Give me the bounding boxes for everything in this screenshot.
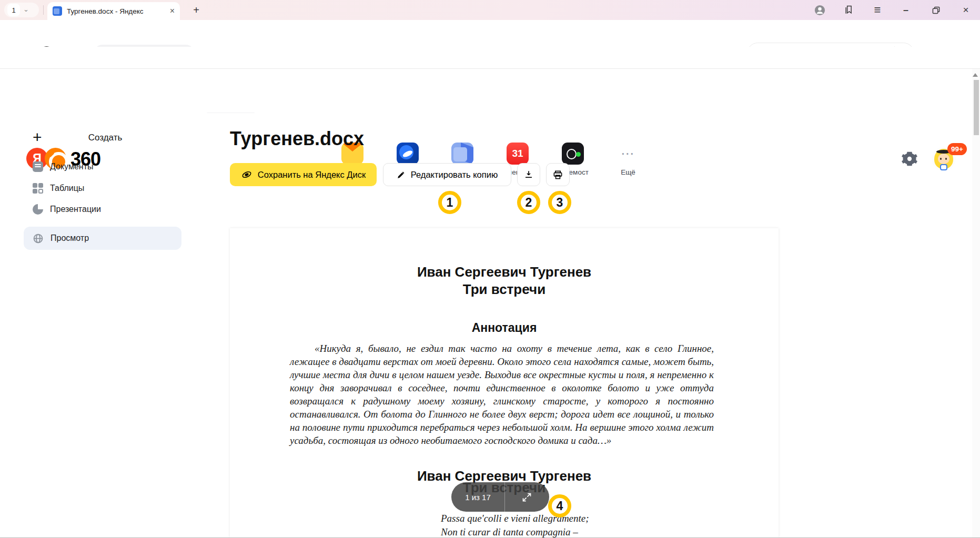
yandex-disk-icon — [241, 169, 252, 180]
tab-group-selector[interactable]: 1 ⌄ — [4, 3, 39, 17]
page-navigator[interactable]: 1 из 17 — [451, 482, 549, 512]
browser-tab-active[interactable]: Тургенев.docx - Яндекс × — [47, 2, 180, 20]
minimize-glyph: – — [903, 5, 908, 16]
badge-2-number: 2 — [526, 196, 532, 210]
tab-close-icon[interactable]: × — [170, 6, 175, 16]
fullscreen-expand-icon[interactable] — [505, 492, 549, 503]
sidebar-item-view[interactable]: Просмотр — [24, 227, 181, 250]
minimize-button[interactable]: – — [897, 0, 915, 20]
browser-window: 1 ⌄ Тургенев.docx - Яндекс × + ≡ – × — [0, 0, 980, 538]
protection-warning-bar: Защита от вредоносных программ отключена… — [0, 47, 980, 69]
disk-icon — [397, 143, 419, 165]
download-icon — [524, 170, 533, 179]
browser-tab-bar: 1 ⌄ Тургенев.docx - Яндекс × + ≡ – × — [0, 0, 980, 20]
doc-annotation-paragraph: «Никуда я, бывало, не ездил так часто на… — [290, 342, 714, 447]
documents-icon — [451, 143, 473, 165]
doc-title-heading: Три встречи — [230, 281, 779, 298]
print-file-button[interactable] — [546, 163, 570, 186]
annotation-badge-2: 2 — [517, 191, 540, 214]
globe-icon — [33, 233, 44, 244]
save-to-disk-label: Сохранить на Яндекс Диск — [258, 170, 366, 180]
page-counter: 1 из 17 — [451, 493, 504, 502]
scrollbar-up-arrow[interactable] — [973, 73, 978, 77]
sidebar-presentations-label: Презентации — [50, 205, 101, 214]
notification-badge: 99+ — [947, 143, 967, 155]
yandex360-header: Я 360 Почта Диск Документы 31 Календарь … — [0, 69, 980, 113]
tab-title-fade — [148, 4, 162, 18]
close-glyph: × — [963, 4, 968, 16]
service-more-label: Ещё — [603, 168, 653, 176]
sidebar-view-label: Просмотр — [50, 234, 89, 243]
new-tab-button[interactable]: + — [188, 3, 204, 17]
download-file-button[interactable] — [517, 163, 540, 186]
pencil-icon — [397, 170, 406, 179]
save-to-disk-button[interactable]: Сохранить на Яндекс Диск — [230, 163, 377, 186]
avatar-body — [940, 164, 947, 170]
tabbar-divider — [43, 5, 44, 15]
file-title: Тургенев.docx — [230, 128, 364, 150]
doc-author-heading: Иван Сергеевич Тургенев — [230, 264, 779, 280]
settings-gear-icon[interactable] — [901, 150, 918, 167]
doc-annotation-heading: Аннотация — [230, 321, 779, 335]
calendar-icon: 31 — [507, 143, 529, 165]
yandex-docs-favicon — [53, 6, 62, 16]
badge-4-number: 4 — [557, 499, 563, 513]
browser-address-bar: ← Я docs.yandex.ru Тургенев.docx - Яндек… — [0, 20, 980, 47]
annotation-badge-3: 3 — [548, 191, 571, 214]
service-more[interactable]: ⋯ Ещё — [603, 143, 653, 176]
sidebar-documents-label: Документы — [50, 162, 93, 171]
annotation-badge-4: 4 — [548, 494, 571, 517]
tab-title: Тургенев.docx - Яндекс — [67, 7, 157, 15]
bookmarks-panel-icon[interactable] — [840, 0, 858, 20]
sidebar-item-presentations[interactable]: Презентации — [24, 198, 181, 221]
telemost-icon — [562, 143, 584, 165]
documents-list-icon — [33, 161, 43, 172]
sidebar-item-documents[interactable]: Документы — [24, 155, 181, 178]
edit-copy-button[interactable]: Редактировать копию — [383, 163, 511, 186]
more-services-icon: ⋯ — [617, 143, 639, 165]
badge-1-number: 1 — [447, 196, 453, 210]
presentations-pie-icon — [33, 204, 43, 215]
printer-icon — [553, 170, 563, 180]
doc-epigraph: Passa que'colli e vieni allegramente; No… — [441, 512, 589, 538]
create-plus-icon[interactable]: + — [33, 128, 42, 146]
tables-grid-icon — [33, 183, 43, 194]
sidebar-tables-label: Таблицы — [50, 184, 84, 193]
restore-button[interactable] — [927, 0, 945, 20]
scrollbar-thumb[interactable] — [974, 80, 979, 135]
close-window-button[interactable]: × — [957, 0, 975, 20]
annotation-badge-1: 1 — [438, 191, 461, 214]
badge-3-number: 3 — [557, 196, 563, 210]
tab-group-count: 1 — [7, 4, 20, 16]
page-scrollbar[interactable] — [972, 69, 980, 538]
edit-copy-label: Редактировать копию — [411, 170, 498, 180]
menu-icon[interactable]: ≡ — [868, 0, 886, 20]
menu-glyph: ≡ — [874, 4, 881, 16]
avatar-face — [938, 154, 949, 164]
sidebar-item-tables[interactable]: Таблицы — [24, 177, 181, 200]
profile-avatar-icon[interactable] — [811, 0, 829, 20]
chevron-down-icon: ⌄ — [23, 6, 29, 13]
calendar-date: 31 — [512, 148, 523, 159]
epigraph-line-2: Non ti curar di tanta compagnia – — [441, 525, 589, 538]
create-button[interactable]: Создать — [63, 133, 147, 143]
